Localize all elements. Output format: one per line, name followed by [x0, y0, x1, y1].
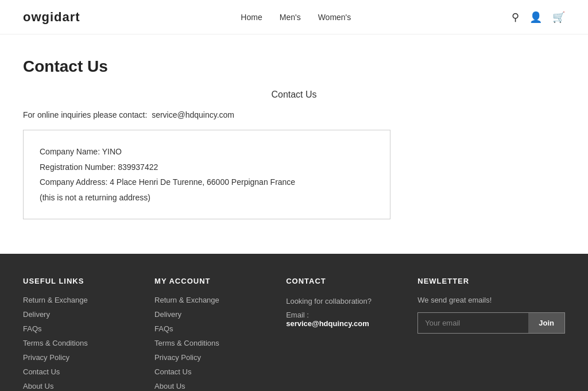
- footer-link-about-1[interactable]: About Us: [23, 382, 137, 390]
- contact-desc: Looking for collaboration?: [286, 296, 400, 307]
- user-icon[interactable]: 👤: [529, 11, 542, 24]
- footer-link-about-2[interactable]: About Us: [154, 382, 269, 390]
- footer-link-privacy-2[interactable]: Privacy Policy: [154, 353, 269, 362]
- nav-mens[interactable]: Men's: [280, 13, 301, 22]
- footer-link-faqs-1[interactable]: FAQs: [23, 324, 137, 333]
- company-name: Company Name: YINO: [40, 144, 374, 160]
- newsletter-form: Join: [417, 312, 565, 334]
- newsletter-join-button[interactable]: Join: [528, 313, 564, 333]
- footer-grid: USEFUL LINKS Return & Exchange Delivery …: [23, 277, 565, 391]
- site-footer: USEFUL LINKS Return & Exchange Delivery …: [0, 254, 588, 391]
- footer-useful-links: USEFUL LINKS Return & Exchange Delivery …: [23, 277, 137, 391]
- footer-link-privacy-1[interactable]: Privacy Policy: [23, 353, 137, 362]
- my-account-title: MY ACCOUNT: [154, 277, 269, 285]
- search-icon[interactable]: ⚲: [512, 11, 519, 24]
- site-logo[interactable]: owgidart: [23, 10, 80, 25]
- footer-my-account: MY ACCOUNT Return & Exchange Delivery FA…: [154, 277, 269, 391]
- footer-contact: CONTACT Looking for collaboration? Email…: [286, 277, 400, 391]
- company-address: Company Address: 4 Place Henri De Turenn…: [40, 175, 374, 190]
- footer-link-return-exchange-2[interactable]: Return & Exchange: [154, 296, 269, 304]
- footer-newsletter: NEWLETTER We send great emails! Join: [417, 277, 565, 391]
- footer-link-contact-1[interactable]: Contact Us: [23, 367, 137, 376]
- site-header: owgidart Home Men's Women's ⚲ 👤 🛒: [0, 0, 588, 34]
- company-reg: Registration Number: 839937422: [40, 160, 374, 175]
- footer-link-delivery-1[interactable]: Delivery: [23, 310, 137, 319]
- footer-link-terms-1[interactable]: Terms & Conditions: [23, 339, 137, 347]
- contact-subtitle: Contact Us: [23, 90, 565, 100]
- contact-title: CONTACT: [286, 277, 400, 285]
- useful-links-title: USEFUL LINKS: [23, 277, 137, 285]
- contact-email-label: Email : service@hdquincy.com: [286, 311, 400, 328]
- newsletter-title: NEWLETTER: [417, 277, 565, 285]
- header-icons: ⚲ 👤 🛒: [512, 11, 565, 24]
- contact-email[interactable]: service@hdquincy.com: [286, 319, 369, 328]
- nav-womens[interactable]: Women's: [318, 13, 351, 22]
- inquiry-prefix: For online inquiries please contact:: [23, 110, 147, 119]
- inquiry-email[interactable]: service@hdquincy.com: [152, 110, 234, 119]
- company-info-box: Company Name: YINO Registration Number: …: [23, 130, 390, 219]
- footer-link-terms-2[interactable]: Terms & Conditions: [154, 339, 269, 347]
- newsletter-desc: We send great emails!: [417, 296, 565, 304]
- footer-link-delivery-2[interactable]: Delivery: [154, 310, 269, 319]
- cart-icon[interactable]: 🛒: [552, 11, 565, 24]
- nav-home[interactable]: Home: [241, 13, 262, 22]
- newsletter-email-input[interactable]: [418, 313, 528, 333]
- inquiry-line: For online inquiries please contact: ser…: [23, 110, 565, 119]
- main-content: Contact Us Contact Us For online inquiri…: [0, 34, 588, 254]
- footer-link-contact-2[interactable]: Contact Us: [154, 367, 269, 376]
- main-nav: Home Men's Women's: [241, 13, 351, 22]
- footer-link-faqs-2[interactable]: FAQs: [154, 324, 269, 333]
- company-note: (this is not a returning address): [40, 190, 374, 206]
- page-title: Contact Us: [23, 57, 565, 76]
- footer-link-return-exchange-1[interactable]: Return & Exchange: [23, 296, 137, 304]
